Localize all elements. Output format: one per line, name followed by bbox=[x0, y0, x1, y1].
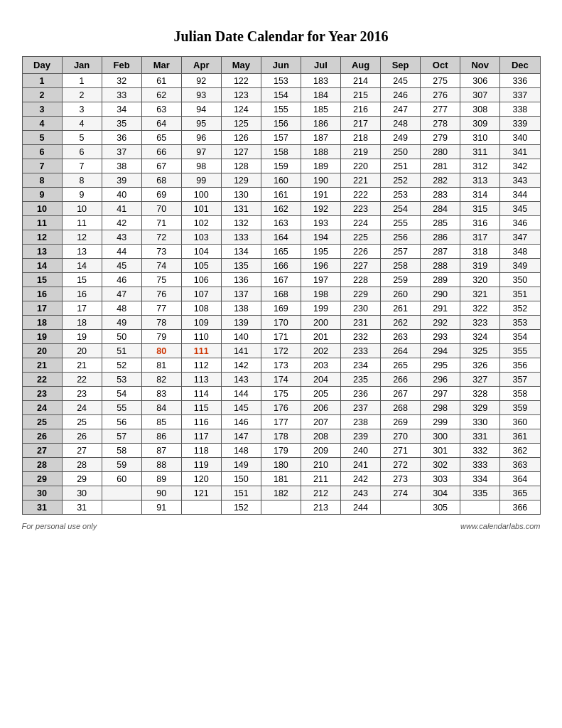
jun-cell: 157 bbox=[261, 131, 301, 145]
mar-cell: 87 bbox=[141, 444, 181, 458]
mar-cell: 75 bbox=[141, 273, 181, 287]
jul-cell: 196 bbox=[301, 259, 340, 273]
nov-cell: 332 bbox=[460, 444, 500, 458]
apr-cell: 94 bbox=[181, 102, 221, 117]
jul-cell: 183 bbox=[301, 74, 340, 88]
apr-cell: 115 bbox=[181, 401, 221, 415]
oct-cell: 289 bbox=[421, 273, 460, 287]
dec-cell: 366 bbox=[500, 500, 540, 515]
jan-cell: 15 bbox=[62, 273, 102, 287]
feb-cell: 33 bbox=[102, 88, 141, 102]
jul-cell: 200 bbox=[301, 316, 340, 330]
oct-cell: 301 bbox=[421, 444, 460, 458]
jun-cell: 158 bbox=[261, 145, 301, 159]
dec-cell: 349 bbox=[500, 259, 540, 273]
day-cell: 4 bbox=[22, 117, 62, 131]
nov-cell: 330 bbox=[460, 415, 500, 429]
table-row: 11326192122153183214245275306336 bbox=[22, 74, 540, 88]
sep-cell: 249 bbox=[381, 131, 421, 145]
jan-cell: 24 bbox=[62, 401, 102, 415]
oct-cell: 298 bbox=[421, 401, 460, 415]
jul-cell: 207 bbox=[301, 415, 340, 429]
mar-cell: 88 bbox=[141, 458, 181, 472]
may-cell: 123 bbox=[221, 88, 261, 102]
dec-cell: 365 bbox=[500, 486, 540, 500]
day-cell: 31 bbox=[22, 500, 62, 515]
sep-cell: 270 bbox=[381, 429, 421, 444]
may-cell: 140 bbox=[221, 330, 261, 344]
day-cell: 17 bbox=[22, 301, 62, 316]
apr-cell: 103 bbox=[181, 230, 221, 245]
may-cell: 126 bbox=[221, 131, 261, 145]
feb-cell: 55 bbox=[102, 401, 141, 415]
aug-cell: 222 bbox=[341, 188, 381, 202]
sep-cell: 261 bbox=[381, 301, 421, 316]
jul-cell: 187 bbox=[301, 131, 340, 145]
day-cell: 5 bbox=[22, 131, 62, 145]
jun-cell: 177 bbox=[261, 415, 301, 429]
nov-cell: 319 bbox=[460, 259, 500, 273]
dec-cell: 338 bbox=[500, 102, 540, 117]
sep-cell: 269 bbox=[381, 415, 421, 429]
apr-cell: 100 bbox=[181, 188, 221, 202]
column-header-nov: Nov bbox=[460, 57, 500, 74]
mar-cell: 81 bbox=[141, 358, 181, 373]
aug-cell: 216 bbox=[341, 102, 381, 117]
jul-cell: 185 bbox=[301, 102, 340, 117]
jun-cell: 164 bbox=[261, 230, 301, 245]
sep-cell: 250 bbox=[381, 145, 421, 159]
jun-cell: 161 bbox=[261, 188, 301, 202]
aug-cell: 214 bbox=[341, 74, 381, 88]
nov-cell: 309 bbox=[460, 117, 500, 131]
day-cell: 10 bbox=[22, 202, 62, 216]
jul-cell: 190 bbox=[301, 173, 340, 188]
aug-cell: 244 bbox=[341, 500, 381, 515]
may-cell: 137 bbox=[221, 287, 261, 301]
table-row: 13134473104134165195226257287318348 bbox=[22, 245, 540, 259]
oct-cell: 297 bbox=[421, 387, 460, 401]
mar-cell: 91 bbox=[141, 500, 181, 515]
aug-cell: 228 bbox=[341, 273, 381, 287]
aug-cell: 224 bbox=[341, 216, 381, 230]
may-cell: 150 bbox=[221, 472, 261, 486]
dec-cell: 356 bbox=[500, 358, 540, 373]
nov-cell bbox=[460, 500, 500, 515]
may-cell: 138 bbox=[221, 301, 261, 316]
footer-right: www.calendarlabs.com bbox=[460, 522, 541, 530]
dec-cell: 340 bbox=[500, 131, 540, 145]
sep-cell: 267 bbox=[381, 387, 421, 401]
dec-cell: 353 bbox=[500, 316, 540, 330]
day-cell: 22 bbox=[22, 373, 62, 387]
nov-cell: 327 bbox=[460, 373, 500, 387]
jul-cell: 192 bbox=[301, 202, 340, 216]
dec-cell: 336 bbox=[500, 74, 540, 88]
may-cell: 136 bbox=[221, 273, 261, 287]
jun-cell: 165 bbox=[261, 245, 301, 259]
jul-cell: 193 bbox=[301, 216, 340, 230]
may-cell: 141 bbox=[221, 344, 261, 358]
feb-cell: 60 bbox=[102, 472, 141, 486]
mar-cell: 74 bbox=[141, 259, 181, 273]
jun-cell: 172 bbox=[261, 344, 301, 358]
oct-cell: 281 bbox=[421, 159, 460, 173]
mar-cell: 70 bbox=[141, 202, 181, 216]
jan-cell: 16 bbox=[62, 287, 102, 301]
sep-cell: 274 bbox=[381, 486, 421, 500]
jan-cell: 3 bbox=[62, 102, 102, 117]
aug-cell: 237 bbox=[341, 401, 381, 415]
table-row: 12124372103133164194225256286317347 bbox=[22, 230, 540, 245]
day-cell: 21 bbox=[22, 358, 62, 373]
feb-cell: 37 bbox=[102, 145, 141, 159]
mar-cell: 85 bbox=[141, 415, 181, 429]
sep-cell: 255 bbox=[381, 216, 421, 230]
jun-cell bbox=[261, 500, 301, 515]
table-row: 16164776107137168198229260290321351 bbox=[22, 287, 540, 301]
jul-cell: 209 bbox=[301, 444, 340, 458]
mar-cell: 62 bbox=[141, 88, 181, 102]
jul-cell: 186 bbox=[301, 117, 340, 131]
sep-cell: 271 bbox=[381, 444, 421, 458]
sep-cell: 248 bbox=[381, 117, 421, 131]
jan-cell: 20 bbox=[62, 344, 102, 358]
oct-cell: 278 bbox=[421, 117, 460, 131]
column-header-feb: Feb bbox=[102, 57, 141, 74]
